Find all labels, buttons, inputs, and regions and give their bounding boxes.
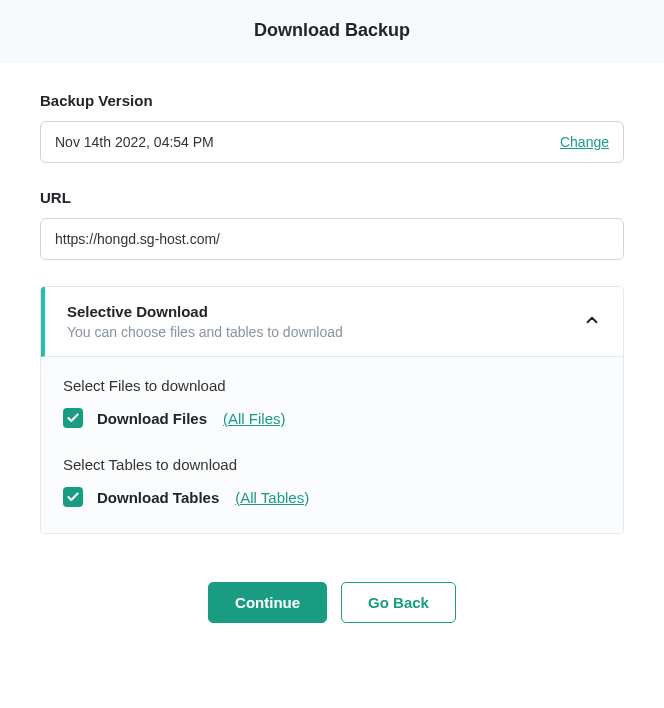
backup-version-value: Nov 14th 2022, 04:54 PM [55, 134, 214, 150]
selective-title: Selective Download [67, 303, 583, 320]
tables-section-label: Select Tables to download [63, 456, 601, 473]
backup-version-box: Nov 14th 2022, 04:54 PM Change [40, 121, 624, 163]
download-files-label: Download Files [97, 410, 207, 427]
content-area: Backup Version Nov 14th 2022, 04:54 PM C… [0, 62, 664, 643]
all-files-link[interactable]: (All Files) [223, 410, 286, 427]
page-title: Download Backup [0, 20, 664, 41]
all-tables-link[interactable]: (All Tables) [235, 489, 309, 506]
tables-section: Select Tables to download Download Table… [63, 456, 601, 507]
chevron-up-icon [583, 311, 601, 333]
selective-download-header[interactable]: Selective Download You can choose files … [41, 287, 623, 357]
backup-version-label: Backup Version [40, 92, 624, 109]
selective-subtitle: You can choose files and tables to downl… [67, 324, 583, 340]
check-icon [66, 490, 80, 504]
backup-version-group: Backup Version Nov 14th 2022, 04:54 PM C… [40, 92, 624, 163]
url-input[interactable] [40, 218, 624, 260]
files-section-label: Select Files to download [63, 377, 601, 394]
tables-checkbox-row: Download Tables (All Tables) [63, 487, 601, 507]
panel-header-text: Selective Download You can choose files … [67, 303, 583, 340]
continue-button[interactable]: Continue [208, 582, 327, 623]
selective-download-body: Select Files to download Download Files … [41, 357, 623, 533]
url-label: URL [40, 189, 624, 206]
download-files-checkbox[interactable] [63, 408, 83, 428]
files-checkbox-row: Download Files (All Files) [63, 408, 601, 428]
go-back-button[interactable]: Go Back [341, 582, 456, 623]
url-group: URL [40, 189, 624, 260]
footer-buttons: Continue Go Back [40, 582, 624, 623]
selective-download-panel: Selective Download You can choose files … [40, 286, 624, 534]
files-section: Select Files to download Download Files … [63, 377, 601, 428]
change-link[interactable]: Change [560, 134, 609, 150]
page-header: Download Backup [0, 0, 664, 62]
check-icon [66, 411, 80, 425]
download-tables-label: Download Tables [97, 489, 219, 506]
download-tables-checkbox[interactable] [63, 487, 83, 507]
